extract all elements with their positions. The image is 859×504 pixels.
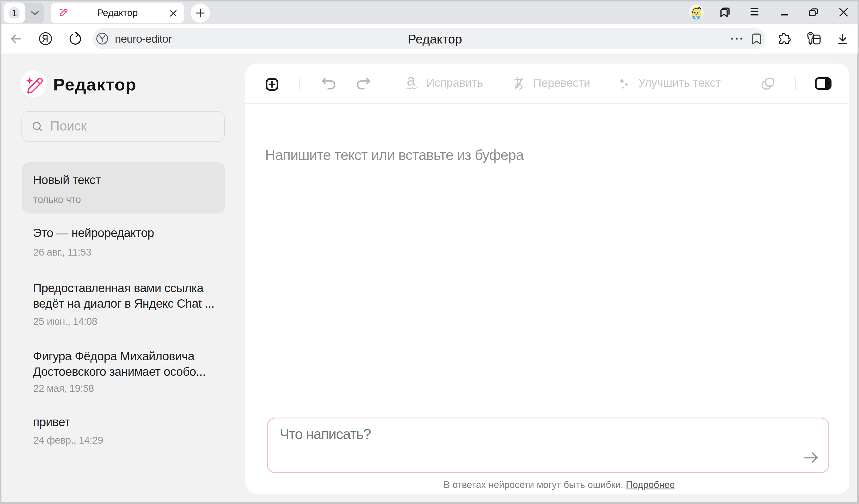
svg-text:1: 1	[12, 8, 17, 18]
